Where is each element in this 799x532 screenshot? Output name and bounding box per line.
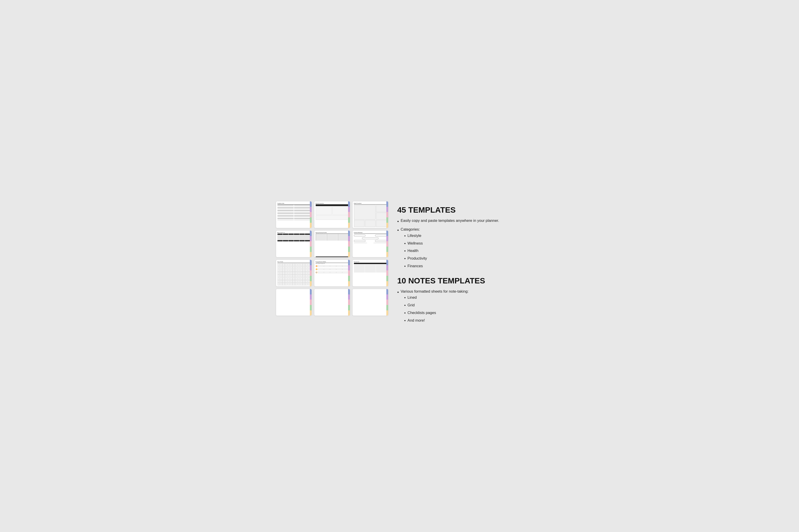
color-tab: [348, 289, 350, 316]
categories-list: Lifestyle Wellness Health Productivity F…: [404, 233, 427, 269]
color-tab: [348, 231, 350, 257]
color-tab: [310, 289, 312, 316]
notes-item-checklists: Checklists pages: [404, 310, 469, 316]
template-card-pixels[interactable]: Year in Pixels: [276, 260, 312, 287]
category-finances: Finances: [404, 263, 427, 269]
notes-items-list: Lined Grid Checklists pages And more!: [404, 295, 469, 324]
notes-list: Various formatted sheets for note-taking…: [397, 289, 523, 325]
bullet-notes-desc: Various formatted sheets for note-taking…: [397, 289, 523, 325]
template-card-scrapbook[interactable]: Digital Scrapbook: [352, 201, 388, 228]
template-card-gratitude[interactable]: Gratitude Mindmaps: [352, 230, 388, 257]
template-grid-section: Templates Index: [276, 201, 388, 316]
notes-item-more: And more!: [404, 318, 469, 324]
main-container: Templates Index: [276, 201, 523, 331]
template-card-index[interactable]: Templates Index: [276, 201, 312, 228]
color-tab: [386, 260, 388, 286]
template-card-energy[interactable]: Energy Routines Builder Routine Builder …: [314, 260, 350, 287]
notes-item-grid: Grid: [404, 303, 469, 308]
category-lifestyle: Lifestyle: [404, 233, 427, 239]
template-card-grocery[interactable]: Grocery List: [352, 260, 388, 287]
svg-point-0: [316, 266, 317, 267]
info-section: 45 TEMPLATES Easily copy and paste templ…: [397, 201, 523, 331]
color-tab: [386, 202, 388, 228]
template-card-empty2[interactable]: [314, 289, 350, 316]
category-health: Health: [404, 248, 427, 254]
bullet-copy-paste: Easily copy and paste templates anywhere…: [397, 218, 523, 225]
color-tab: [310, 260, 312, 286]
template-card-monthly[interactable]: Monthly Inspiration: [314, 201, 350, 228]
color-tab: [386, 289, 388, 316]
bullet-categories: Categories: Lifestyle Wellness Health Pr…: [397, 227, 523, 271]
template-card-empty3[interactable]: [352, 289, 388, 316]
heading-templates: 45 TEMPLATES: [397, 206, 523, 214]
color-tab: [310, 231, 312, 257]
category-productivity: Productivity: [404, 256, 427, 262]
template-grid: Templates Index: [276, 201, 388, 316]
template-card-movie[interactable]: Movie Tracker v2: [276, 230, 312, 257]
color-tab: [386, 231, 388, 257]
heading-notes: 10 NOTES TEMPLATES: [397, 277, 523, 285]
templates-list: Easily copy and paste templates anywhere…: [397, 218, 523, 271]
template-card-empty1[interactable]: [276, 289, 312, 316]
color-tab: [348, 260, 350, 286]
color-tab: [310, 202, 312, 228]
color-tab: [348, 202, 350, 228]
notes-item-lined: Lined: [404, 295, 469, 301]
template-card-cleaning[interactable]: Spring Cleaning Checklist: [314, 230, 350, 257]
svg-point-5: [316, 269, 317, 270]
category-wellness: Wellness: [404, 241, 427, 247]
